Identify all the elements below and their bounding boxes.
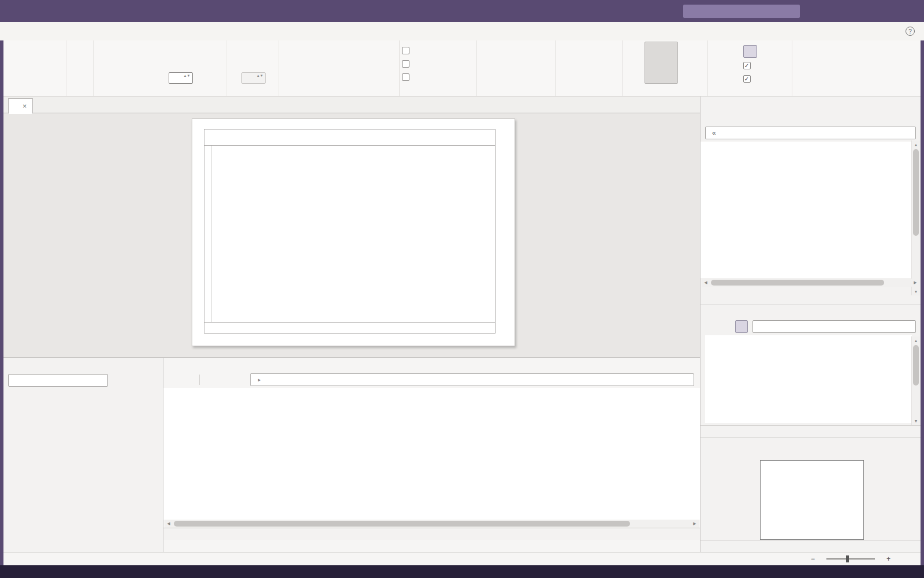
object-list-hscrollbar[interactable]: ◀ ▶ — [165, 520, 699, 528]
zoom-out-button[interactable]: − — [811, 555, 815, 563]
pick-attributes-button[interactable] — [680, 45, 685, 57]
group-fields — [556, 40, 623, 96]
move-page-button[interactable] — [157, 58, 162, 71]
back-button[interactable] — [204, 373, 217, 386]
goto-section-spinner[interactable]: ▲▼ — [241, 72, 266, 84]
zoom-tool-button[interactable] — [680, 72, 685, 84]
start-new-section-button[interactable] — [237, 45, 267, 57]
different-first-page-checkbox[interactable] — [402, 58, 475, 69]
goto-section-row: ▲▼ — [237, 72, 267, 84]
open-folder-button[interactable] — [168, 373, 181, 386]
data-explorer-toolbar — [701, 112, 921, 125]
cut-button[interactable] — [680, 58, 685, 71]
document-tab-bar: × — [3, 97, 700, 113]
activated-subfolder-combo[interactable] — [8, 374, 108, 387]
page-margins-button[interactable] — [281, 42, 311, 88]
zoom-slider-thumb[interactable] — [846, 555, 849, 562]
scroll-right-icon[interactable]: ▶ — [691, 521, 699, 526]
description-toggle-button[interactable] — [735, 320, 748, 333]
scrollbar-thumb[interactable] — [174, 521, 630, 527]
categorize-button[interactable] — [720, 320, 733, 333]
back-button[interactable] — [733, 112, 746, 124]
window-left-edge — [0, 40, 3, 565]
header-and-footer-checkbox[interactable] — [402, 45, 475, 56]
zoom-slider[interactable] — [826, 558, 875, 560]
scroll-down-icon[interactable]: ▼ — [912, 287, 920, 295]
shapes-button[interactable] — [506, 42, 531, 88]
folders-panel — [3, 357, 163, 552]
scroll-left-icon[interactable]: ◀ — [165, 521, 173, 526]
scrollbar-thumb[interactable] — [913, 149, 919, 236]
scroll-down-icon[interactable]: ▼ — [912, 417, 920, 425]
previous-folder-button[interactable] — [112, 374, 125, 387]
goto-page-spinner[interactable]: ▲▼ — [169, 72, 193, 84]
activate-folder-button[interactable] — [146, 374, 158, 387]
date-field-button[interactable] — [586, 45, 591, 57]
scroll-up-icon[interactable]: ▲ — [912, 140, 920, 149]
sort-alphabetical-button[interactable] — [705, 320, 718, 333]
next-folder-button[interactable] — [129, 374, 141, 387]
up-button[interactable] — [233, 373, 245, 386]
explorer-options-button[interactable] — [805, 112, 818, 124]
insert-after-button[interactable] — [126, 42, 155, 88]
maximize-button[interactable] — [870, 0, 895, 22]
page-color-button[interactable] — [372, 42, 397, 88]
checkbox-checked-icon: ✓ — [743, 75, 751, 83]
properties-vscrollbar[interactable]: ▲ ▼ — [911, 336, 920, 425]
insert-document-element-button[interactable] — [8, 42, 64, 88]
time-field-button[interactable] — [586, 58, 591, 71]
different-odd-even-checkbox[interactable] — [402, 72, 475, 83]
document-canvas[interactable] — [3, 113, 700, 357]
cursors-on-off-button[interactable] — [68, 42, 91, 88]
forward-button[interactable] — [747, 112, 760, 124]
ultrasound-chart[interactable] — [211, 146, 495, 323]
explorer-hscrollbar[interactable]: ◀ ▶ — [702, 279, 919, 287]
save-as-template-button[interactable] — [793, 42, 827, 88]
scrollbar-thumb[interactable] — [711, 280, 884, 286]
refresh-button[interactable] — [762, 112, 774, 124]
insert-before-button[interactable] — [157, 45, 162, 57]
explorer-vscrollbar[interactable]: ▲ ▼ — [911, 140, 920, 295]
show-grid-button[interactable] — [743, 45, 757, 58]
pictures-button[interactable] — [479, 42, 504, 88]
minimize-button[interactable] — [844, 0, 870, 22]
size-button[interactable] — [349, 42, 370, 88]
tab-document[interactable]: × — [8, 98, 33, 114]
snap-to-grid-checkbox[interactable]: ✓ — [743, 60, 757, 71]
tell-me-search[interactable] — [683, 5, 800, 18]
next-page-button[interactable] — [165, 58, 194, 71]
expand-levels-button[interactable] — [182, 373, 195, 386]
zoom-in-button[interactable]: + — [886, 555, 891, 563]
tab-close-icon[interactable]: × — [23, 102, 27, 110]
label-button[interactable] — [533, 42, 554, 88]
scroll-left-icon[interactable]: ◀ — [702, 280, 710, 285]
window-right-edge — [921, 40, 924, 565]
previous-page-button[interactable] — [165, 45, 194, 57]
window-bottom-edge — [0, 565, 924, 578]
selection-tool-button[interactable] — [644, 42, 678, 84]
preview-pane-button[interactable] — [718, 112, 731, 124]
scrollbar-thumb[interactable] — [913, 345, 919, 386]
data-query-button[interactable] — [791, 112, 803, 124]
orientation-button[interactable] — [313, 42, 346, 88]
forward-button[interactable] — [218, 373, 231, 386]
properties-search[interactable] — [752, 320, 916, 333]
scroll-up-icon[interactable]: ▲ — [912, 336, 920, 344]
view-mode-button[interactable] — [776, 112, 789, 124]
object-properties-button[interactable] — [829, 42, 860, 88]
use-alignment-guides-checkbox[interactable]: ✓ — [743, 73, 757, 84]
ribbon-options-button[interactable] — [819, 0, 844, 22]
explorer-breadcrumb[interactable]: « — [705, 127, 916, 139]
document-page[interactable] — [192, 118, 515, 346]
help-icon[interactable]: ? — [906, 27, 915, 36]
page-number-field-button[interactable] — [586, 72, 591, 84]
delete-page-button[interactable] — [157, 72, 162, 84]
data-source-button[interactable] — [704, 112, 717, 124]
cancel-section-button[interactable] — [237, 58, 267, 71]
object-list-breadcrumb[interactable]: ▸ — [250, 373, 694, 386]
close-button[interactable] — [895, 0, 921, 22]
spinner-arrows-icon[interactable]: ▲▼ — [184, 74, 191, 82]
property-group-header[interactable] — [705, 335, 912, 346]
scroll-right-icon[interactable]: ▶ — [911, 280, 919, 285]
breadcrumb-collapse-icon[interactable]: « — [712, 129, 716, 137]
